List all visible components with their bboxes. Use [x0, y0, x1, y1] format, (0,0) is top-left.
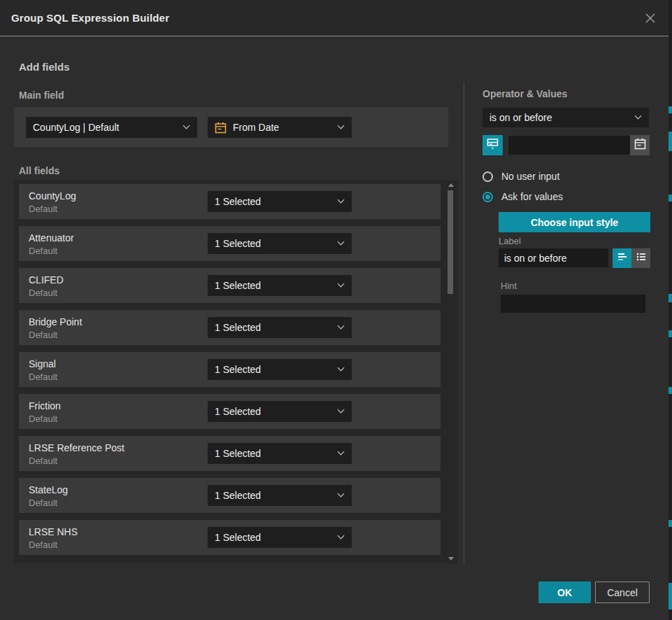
chevron-down-icon — [183, 122, 190, 129]
field-selection-dropdown[interactable]: 1 Selected — [208, 317, 352, 338]
value-source-toggle-button[interactable] — [482, 135, 503, 155]
ask-for-values-label: Ask for values — [501, 191, 563, 202]
dialog-title: Group SQL Expression Builder — [11, 12, 169, 24]
list-scrollbar[interactable] — [447, 182, 454, 562]
field-row: StateLog Default 1 Selected — [19, 478, 441, 513]
selection-count: 1 Selected — [215, 322, 261, 333]
chevron-down-icon — [338, 491, 345, 498]
operator-dropdown-value: is on or before — [489, 112, 552, 123]
field-list-icon — [486, 137, 499, 153]
chevron-down-icon — [338, 449, 345, 456]
align-left-icon — [617, 251, 628, 265]
field-dropdown[interactable]: From Date — [208, 117, 352, 138]
panel-divider — [464, 83, 464, 563]
selection-count: 1 Selected — [215, 238, 261, 249]
bulleted-list-icon — [636, 251, 647, 265]
field-selection-dropdown[interactable]: 1 Selected — [208, 233, 352, 254]
chevron-down-icon — [338, 239, 345, 246]
field-subtitle: Default — [29, 372, 57, 382]
hint-input[interactable] — [501, 295, 645, 313]
chevron-down-icon — [338, 122, 345, 129]
field-name: LRSE Reference Post — [29, 442, 124, 453]
calendar-icon — [634, 138, 646, 153]
field-selection-dropdown[interactable]: 1 Selected — [208, 443, 352, 464]
field-row: LRSE NHS Default 1 Selected — [19, 520, 441, 555]
selection-count: 1 Selected — [215, 364, 261, 375]
field-row: CountyLog Default 1 Selected — [19, 184, 441, 219]
cancel-button[interactable]: Cancel — [595, 582, 650, 603]
field-row: Friction Default 1 Selected — [19, 394, 441, 429]
dialog-titlebar: Group SQL Expression Builder — [0, 0, 669, 36]
single-value-style-button[interactable] — [613, 248, 631, 268]
scrollbar-thumb[interactable] — [448, 190, 453, 294]
hint-field-label: Hint — [501, 281, 517, 291]
label-field-label: Label — [499, 236, 521, 246]
field-selection-dropdown[interactable]: 1 Selected — [208, 359, 352, 380]
close-icon[interactable] — [642, 10, 659, 27]
selection-count: 1 Selected — [215, 280, 261, 291]
field-subtitle: Default — [29, 540, 57, 550]
chevron-down-icon — [338, 365, 345, 372]
field-name: Friction — [29, 400, 61, 411]
field-selection-dropdown[interactable]: 1 Selected — [208, 401, 352, 422]
field-selection-dropdown[interactable]: 1 Selected — [208, 485, 352, 506]
chevron-down-icon — [338, 533, 345, 540]
field-dropdown-value: From Date — [233, 122, 279, 133]
date-picker-button[interactable] — [630, 135, 650, 155]
choose-input-style-button[interactable]: Choose input style — [499, 212, 650, 232]
field-name: CountyLog — [29, 190, 76, 202]
main-field-box: CountyLog | Default From Date — [14, 107, 448, 147]
layer-dropdown-value: CountyLog | Default — [33, 122, 120, 133]
ok-button[interactable]: OK — [538, 582, 591, 603]
field-name: Attenuator — [29, 232, 74, 244]
field-subtitle: Default — [29, 330, 57, 340]
field-subtitle: Default — [29, 414, 57, 424]
field-name: Bridge Point — [29, 316, 82, 327]
field-subtitle: Default — [29, 498, 57, 508]
selection-count: 1 Selected — [215, 490, 261, 501]
field-subtitle: Default — [29, 288, 57, 298]
all-fields-list: CountyLog Default 1 Selected Attenuator … — [14, 181, 458, 563]
all-fields-label: All fields — [19, 165, 59, 176]
selection-count: 1 Selected — [215, 196, 261, 207]
add-fields-heading: Add fields — [19, 61, 70, 73]
field-row: Bridge Point Default 1 Selected — [19, 310, 441, 345]
field-name: Signal — [29, 358, 56, 369]
main-field-label: Main field — [19, 90, 64, 101]
field-row: LRSE Reference Post Default 1 Selected — [19, 436, 441, 471]
chevron-down-icon — [338, 197, 345, 204]
field-selection-dropdown[interactable]: 1 Selected — [208, 527, 352, 548]
scroll-down-icon[interactable] — [448, 557, 454, 561]
chevron-down-icon — [338, 281, 345, 288]
selection-count: 1 Selected — [215, 406, 261, 417]
no-user-input-radio[interactable]: No user input — [482, 171, 559, 182]
ask-for-values-radio[interactable]: Ask for values — [482, 191, 563, 202]
scroll-up-icon[interactable] — [448, 183, 454, 187]
chevron-down-icon — [635, 113, 642, 120]
field-name: LRSE NHS — [29, 526, 78, 537]
field-selection-dropdown[interactable]: 1 Selected — [208, 191, 352, 212]
date-value-input[interactable] — [508, 136, 630, 155]
field-name: CLIFED — [29, 274, 64, 286]
field-subtitle: Default — [29, 204, 57, 214]
label-input[interactable] — [499, 248, 608, 267]
group-sql-expression-builder-dialog: Group SQL Expression Builder Add fields … — [0, 0, 669, 620]
field-row: CLIFED Default 1 Selected — [19, 268, 441, 303]
no-user-input-label: No user input — [501, 171, 559, 182]
field-subtitle: Default — [29, 456, 57, 466]
operator-values-heading: Operator & Values — [482, 88, 567, 99]
calendar-icon — [215, 122, 227, 134]
radio-unselected-icon — [482, 171, 493, 182]
chevron-down-icon — [338, 407, 345, 414]
background-app-strip — [669, 0, 672, 620]
selection-count: 1 Selected — [215, 448, 261, 459]
layer-dropdown[interactable]: CountyLog | Default — [26, 117, 197, 138]
list-value-style-button[interactable] — [631, 248, 650, 268]
field-name: StateLog — [29, 484, 68, 495]
radio-selected-icon — [482, 192, 493, 202]
field-selection-dropdown[interactable]: 1 Selected — [208, 275, 352, 296]
field-row: Attenuator Default 1 Selected — [19, 226, 441, 261]
field-subtitle: Default — [29, 246, 57, 256]
selection-count: 1 Selected — [215, 532, 261, 543]
operator-dropdown[interactable]: is on or before — [482, 108, 649, 127]
